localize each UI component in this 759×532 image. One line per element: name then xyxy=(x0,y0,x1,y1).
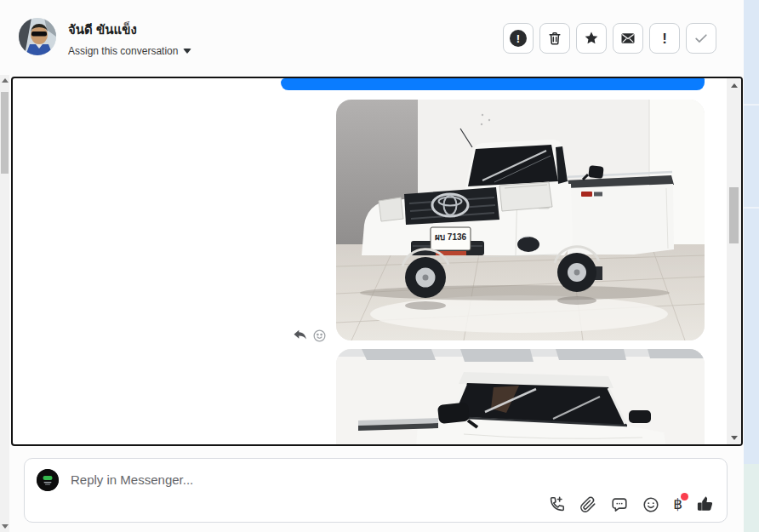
scroll-down-icon[interactable] xyxy=(0,521,9,532)
react-smiley-icon[interactable] xyxy=(312,329,327,343)
star-icon xyxy=(583,30,600,47)
assign-conversation-button[interactable]: Assign this conversation xyxy=(68,45,191,57)
contact-avatar-image xyxy=(19,18,56,55)
check-icon xyxy=(693,30,710,47)
attach-file-button[interactable] xyxy=(579,495,597,514)
trash-icon xyxy=(546,30,563,47)
right-panel-divider xyxy=(744,207,759,209)
page-avatar xyxy=(37,469,59,491)
exclamation-icon: ! xyxy=(662,31,667,46)
truck-photo: ผบ 7136 xyxy=(336,100,705,340)
composer-toolbar: ฿ xyxy=(547,495,715,514)
saved-replies-button[interactable] xyxy=(610,495,629,514)
scroll-up-icon[interactable] xyxy=(0,75,9,86)
create-call-link-button[interactable] xyxy=(547,495,566,514)
conversation-thread: ผบ 7136 xyxy=(11,77,743,446)
reply-icon[interactable] xyxy=(292,327,309,344)
conversation-actions: ! ! xyxy=(503,23,716,54)
reply-composer: Reply in Messenger... xyxy=(24,458,728,523)
comment-dots-icon xyxy=(610,495,629,514)
envelope-icon xyxy=(619,30,636,47)
mark-unread-button[interactable] xyxy=(613,23,643,54)
mark-done-button[interactable] xyxy=(686,23,716,54)
reply-input[interactable]: Reply in Messenger... xyxy=(71,472,193,487)
photo-message-truck-closeup[interactable] xyxy=(336,349,705,446)
mark-spam-button[interactable]: ! xyxy=(649,23,680,54)
page-scrollbar[interactable] xyxy=(0,75,9,532)
photo-message-truck[interactable]: ผบ 7136 xyxy=(336,100,705,340)
phone-plus-icon xyxy=(547,495,566,514)
contact-avatar xyxy=(19,18,56,55)
smiley-icon xyxy=(642,495,660,514)
sent-message-bubble xyxy=(281,78,705,90)
right-panel-divider xyxy=(744,104,759,106)
right-panel-edge-bottom xyxy=(744,464,759,532)
contact-name: จันดี ขันแข็ง xyxy=(68,20,137,40)
right-panel-edge xyxy=(744,0,759,464)
page-scrollbar-thumb[interactable] xyxy=(1,92,9,174)
report-button[interactable]: ! xyxy=(503,23,534,54)
truck-closeup-photo xyxy=(336,349,705,446)
scroll-down-icon[interactable] xyxy=(727,431,741,444)
scroll-up-icon[interactable] xyxy=(727,78,741,92)
emoji-button[interactable] xyxy=(642,495,660,514)
exclamation-circle-icon: ! xyxy=(510,30,527,47)
chevron-down-icon xyxy=(183,49,191,54)
follow-up-button[interactable] xyxy=(576,23,607,54)
conversation-scrollbar-thumb[interactable] xyxy=(729,187,739,243)
like-button[interactable] xyxy=(695,495,715,514)
payment-button[interactable]: ฿ xyxy=(673,497,682,512)
paperclip-icon xyxy=(579,495,597,514)
messenger-inbox-view: จันดี ขันแข็ง Assign this conversation ! xyxy=(0,0,759,532)
assign-conversation-label: Assign this conversation xyxy=(68,45,178,57)
conversation-scrollbar[interactable] xyxy=(727,78,741,444)
license-plate-text: ผบ 7136 xyxy=(435,232,467,242)
notification-dot xyxy=(681,493,688,501)
delete-button[interactable] xyxy=(539,23,570,54)
page-logo xyxy=(37,469,59,491)
thumbs-up-icon xyxy=(695,495,715,514)
message-hover-actions xyxy=(292,327,327,344)
